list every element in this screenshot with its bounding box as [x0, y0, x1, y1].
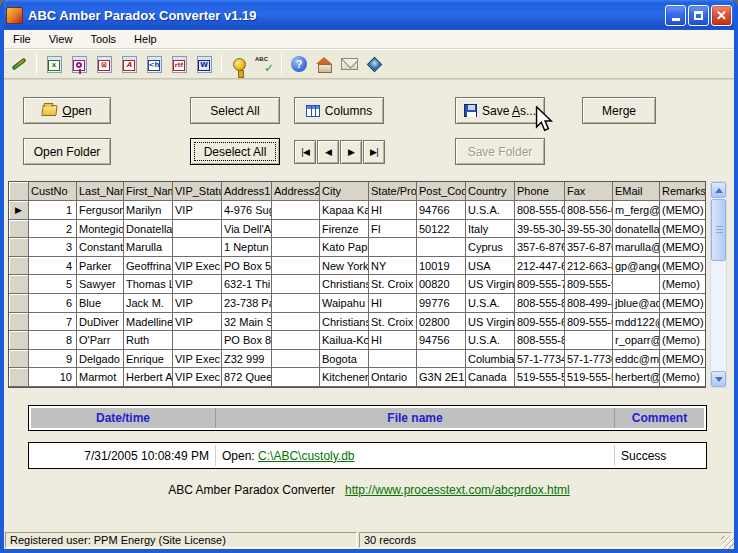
about-icon[interactable]	[363, 53, 385, 75]
grid-cell[interactable]	[417, 238, 466, 257]
scroll-down-button[interactable]	[711, 371, 726, 387]
save-as-button[interactable]: Save As...	[455, 97, 545, 124]
open-folder-button[interactable]: Open Folder	[23, 138, 111, 165]
grid-cell[interactable]: Kitchener	[320, 368, 369, 387]
spellcheck-icon[interactable]: ABC✓	[253, 53, 275, 75]
table-row[interactable]: 3ConstantinMarulla1 NeptunKato PaplCypru…	[9, 238, 705, 257]
grid-cell[interactable]: Ferguson	[77, 201, 124, 220]
grid-cell[interactable]	[272, 331, 320, 350]
select-all-button[interactable]: Select All	[190, 97, 280, 124]
row-selector-cell[interactable]	[9, 350, 29, 369]
grid-cell[interactable]	[565, 331, 613, 350]
grid-cell[interactable]: (MEMO)	[660, 220, 706, 239]
grid-cell[interactable]: Parker	[77, 257, 124, 276]
grid-cell[interactable]	[369, 238, 417, 257]
grid-cell[interactable]: Madelline	[124, 313, 173, 332]
grid-cell[interactable]: (MEMO)	[660, 201, 706, 220]
grid-cell[interactable]: eddc@mo	[613, 350, 660, 369]
grid-cell[interactable]: St. Croix	[369, 275, 417, 294]
nav-first-button[interactable]: |◀	[294, 140, 316, 164]
grid-cell[interactable]: Delgado D	[77, 350, 124, 369]
grid-cell[interactable]: Cyprus	[466, 238, 515, 257]
grid-cell[interactable]: 57-1-7730	[565, 350, 613, 369]
row-selector-cell[interactable]	[9, 238, 29, 257]
table-row[interactable]: 6BlueJack M.VIP23-738 PaWaipahuHI99776U.…	[9, 294, 705, 313]
row-selector-cell[interactable]	[9, 257, 29, 276]
grid-cell[interactable]: 808-555-8	[515, 331, 565, 350]
grid-cell[interactable]: 57-1-7734	[515, 350, 565, 369]
title-bar[interactable]: ABC Amber Paradox Converter v1.19 ✕	[0, 0, 738, 30]
grid-cell[interactable]: 519-555-5	[565, 368, 613, 387]
grid-cell[interactable]: Herbert A	[124, 368, 173, 387]
grid-cell[interactable]	[272, 313, 320, 332]
grid-cell[interactable]: Kato Papl	[320, 238, 369, 257]
close-button[interactable]: ✕	[711, 5, 732, 26]
grid-cell[interactable]: Enrique	[124, 350, 173, 369]
grid-cell[interactable]: 6	[29, 294, 77, 313]
grid-cell[interactable]: Italy	[466, 220, 515, 239]
grid-cell[interactable]: mdd122@	[613, 313, 660, 332]
export-pdf-icon[interactable]: A	[118, 53, 140, 75]
grid-cell[interactable]: G3N 2E1	[417, 368, 466, 387]
grid-cell[interactable]	[272, 294, 320, 313]
grid-cell[interactable]	[173, 220, 222, 239]
grid-cell[interactable]: 808-555-8	[515, 294, 565, 313]
grid-cell[interactable]: Ruth	[124, 331, 173, 350]
grid-cell[interactable]: VIP	[173, 275, 222, 294]
nav-next-button[interactable]: ▶	[340, 140, 362, 164]
menu-help[interactable]: Help	[125, 31, 166, 47]
grid-cell[interactable]: 9	[29, 350, 77, 369]
grid-cell[interactable]: VIP	[173, 294, 222, 313]
grid-cell[interactable]: 32 Main S	[222, 313, 272, 332]
grid-cell[interactable]: PO Box 5	[222, 257, 272, 276]
maximize-button[interactable]	[688, 5, 709, 26]
vertical-scrollbar[interactable]	[710, 181, 727, 388]
menu-view[interactable]: View	[40, 31, 82, 47]
grid-cell[interactable]: Columbia	[466, 350, 515, 369]
grid-cell[interactable]: 4-976 Sug	[222, 201, 272, 220]
grid-cell[interactable]: (MEMO)	[660, 238, 706, 257]
grid-cell[interactable]: 23-738 Pa	[222, 294, 272, 313]
grid-cell[interactable]: Marmot	[77, 368, 124, 387]
table-row[interactable]: 8O'ParrRuthPO Box 8Kailua-KoHI94756U.S.A…	[9, 331, 705, 350]
grid-cell[interactable]: Thomas L	[124, 275, 173, 294]
table-row[interactable]: 7DuDiverMadellineVIP32 Main SChristiansS…	[9, 313, 705, 332]
grid-cell[interactable]: 212-447-6	[515, 257, 565, 276]
open-button[interactable]: Open	[23, 97, 111, 124]
grid-cell[interactable]: U.S.A.	[466, 294, 515, 313]
grid-cell[interactable]: Blue	[77, 294, 124, 313]
row-selector-cell[interactable]	[9, 275, 29, 294]
grid-cell[interactable]: (Memo)	[660, 275, 706, 294]
grid-cell[interactable]	[613, 275, 660, 294]
table-row[interactable]: 2MontegiorDonatellaVia Dell'AFirenzeFI50…	[9, 220, 705, 239]
grid-cell[interactable]: Constantin	[77, 238, 124, 257]
export-xls-icon[interactable]: x	[43, 53, 65, 75]
grid-cell[interactable]: HI	[369, 294, 417, 313]
grid-cell[interactable]: gp@ange	[613, 257, 660, 276]
grid-cell[interactable]: O'Parr	[77, 331, 124, 350]
grid-cell[interactable]: USA	[466, 257, 515, 276]
row-selector-cell[interactable]: ▶	[9, 201, 29, 220]
grid-cell[interactable]: (Memo)	[660, 331, 706, 350]
grid-cell[interactable]: HI	[369, 331, 417, 350]
grid-cell[interactable]: VIP Exec	[173, 350, 222, 369]
register-key-icon[interactable]	[228, 53, 250, 75]
columns-button[interactable]: Columns	[294, 97, 384, 124]
grid-cell[interactable]: 808-556-0	[565, 201, 613, 220]
email-icon[interactable]	[338, 53, 360, 75]
grid-cell[interactable]: 357-6-876	[515, 238, 565, 257]
grid-cell[interactable]	[272, 220, 320, 239]
scroll-up-button[interactable]	[711, 182, 726, 198]
grid-cell[interactable]: 7	[29, 313, 77, 332]
grid-cell[interactable]: NY	[369, 257, 417, 276]
grid-cell[interactable]: 5	[29, 275, 77, 294]
grid-cell[interactable]: St. Croix	[369, 313, 417, 332]
grid-cell[interactable]: Christians	[320, 275, 369, 294]
export-doc-icon[interactable]: W	[193, 53, 215, 75]
row-selector-cell[interactable]	[9, 331, 29, 350]
nav-last-button[interactable]: ▶|	[363, 140, 385, 164]
merge-button[interactable]: Merge	[582, 97, 656, 124]
grid-cell[interactable]: 4	[29, 257, 77, 276]
grid-cell[interactable]: Kapaa Ka	[320, 201, 369, 220]
grid-cell[interactable]: 39-55-30-	[565, 220, 613, 239]
